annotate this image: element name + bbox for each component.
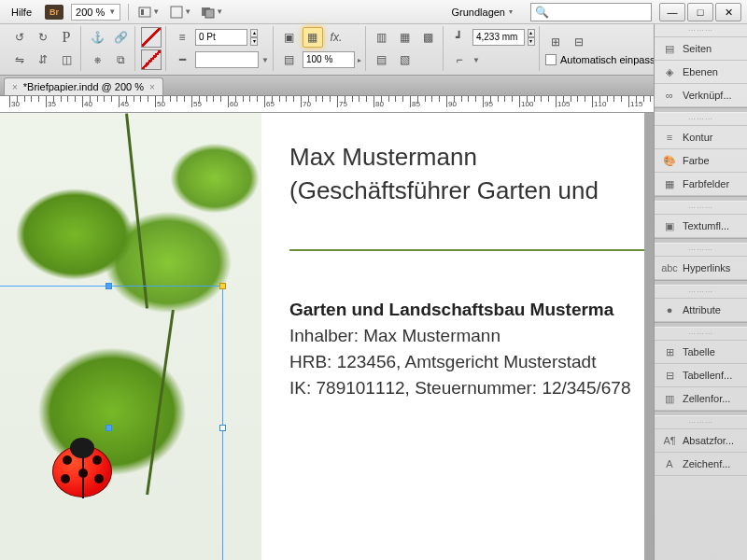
- rotate-handle[interactable]: [219, 283, 226, 289]
- link2-icon[interactable]: ⧉: [110, 49, 131, 70]
- panel-tablefmt[interactable]: ⊟Tabellenf...: [655, 364, 747, 387]
- drop-shadow-button[interactable]: ▦: [303, 27, 323, 48]
- control-toolbar: ↺ ↻ P ⇋ ⇵ ◫ ⚓🔗 ⎈⧉ ≡0 Pt▴▾ ━▼ ▣▦fx. ▤100 …: [0, 24, 747, 76]
- tab-close-icon[interactable]: ×: [149, 82, 155, 92]
- table-icon: ⊞: [662, 345, 677, 358]
- handle-center[interactable]: [106, 425, 112, 431]
- panel-links[interactable]: ∞Verknüpf...: [655, 84, 747, 107]
- opacity-field[interactable]: 100 %: [303, 51, 355, 68]
- panel-hyperlink[interactable]: abcHyperlinks: [655, 257, 747, 280]
- cellfmt-icon: ▥: [662, 392, 677, 405]
- textwrap-icon: ▣: [662, 219, 677, 232]
- maximize-button[interactable]: □: [687, 3, 713, 21]
- stroke-weight-field[interactable]: 0 Pt: [195, 29, 247, 46]
- panel-layers[interactable]: ◈Ebenen: [655, 61, 747, 84]
- tab-label: *Briefpapier.indd @ 200 %: [23, 81, 144, 92]
- divider-line: [289, 249, 644, 251]
- tab-close-icon[interactable]: ×: [12, 82, 18, 92]
- close-button[interactable]: ✕: [715, 3, 741, 21]
- handle-r[interactable]: [219, 425, 226, 431]
- panel-textwrap[interactable]: ▣Textumfl...: [655, 215, 747, 238]
- anchor-icon[interactable]: ⚓: [87, 27, 107, 48]
- text-hrb[interactable]: HRB: 123456, Amtsgericht Musterstadt: [289, 352, 596, 372]
- fx-icon[interactable]: fx.: [326, 27, 346, 48]
- select-container-icon[interactable]: ◫: [56, 49, 77, 70]
- fit-frame-icon[interactable]: ⊞: [545, 32, 566, 52]
- no-stroke-icon[interactable]: [141, 49, 162, 70]
- search-input[interactable]: 🔍: [530, 3, 652, 21]
- text-name[interactable]: Max Mustermann: [289, 143, 477, 172]
- handle-t[interactable]: [106, 283, 112, 289]
- search-icon: 🔍: [535, 6, 549, 19]
- stroke-weight-icon: ≡: [172, 27, 192, 48]
- text-owner[interactable]: Inhalber: Max Mustermann: [289, 326, 500, 346]
- fit-content-icon[interactable]: ⊟: [569, 32, 589, 52]
- panel-label: Farbe: [683, 155, 710, 166]
- rotate-right-icon[interactable]: ↻: [33, 27, 53, 48]
- help-menu[interactable]: Hilfe: [6, 5, 37, 20]
- panel-cellfmt[interactable]: ▥Zellenfor...: [655, 387, 747, 411]
- document-tab[interactable]: × *Briefpapier.indd @ 200 % ×: [4, 77, 163, 95]
- links-icon: ∞: [662, 89, 677, 102]
- autofit-checkbox[interactable]: Automatisch einpassen: [545, 54, 667, 65]
- workspace-combo[interactable]: Grundlagen▾: [445, 4, 520, 21]
- minimize-button[interactable]: —: [659, 3, 685, 21]
- chevron-down-icon: ▼: [108, 7, 116, 16]
- wrap-shape-icon[interactable]: ▩: [418, 27, 439, 48]
- panel-pages[interactable]: ▤Seiten: [655, 37, 747, 61]
- panel-label: Tabelle: [683, 346, 715, 357]
- bridge-icon[interactable]: Br: [45, 5, 63, 20]
- corner-field[interactable]: 4,233 mm: [472, 29, 525, 46]
- panel-label: Farbfelder: [683, 178, 729, 189]
- selection-frame[interactable]: [0, 286, 223, 560]
- document-viewport[interactable]: Max Mustermann (Geschäftsführer Garten u…: [0, 113, 654, 560]
- view-options-icon[interactable]: ▼: [136, 3, 161, 21]
- corner-icon[interactable]: ┛: [449, 27, 470, 48]
- wrap-jump-icon[interactable]: ▤: [372, 49, 392, 70]
- panel-table[interactable]: ⊞Tabelle: [655, 341, 747, 364]
- wrap-none-icon[interactable]: ▥: [372, 27, 392, 48]
- panel-attribute[interactable]: ●Attribute: [655, 299, 747, 322]
- type-icon[interactable]: P: [56, 27, 77, 48]
- flip-v-icon[interactable]: ⇵: [33, 49, 53, 70]
- tablefmt-icon: ⊟: [662, 369, 677, 382]
- hyperlink-icon: abc: [662, 261, 677, 274]
- panel-label: Attribute: [683, 304, 721, 315]
- text-ik[interactable]: IK: 789101112, Steuernummer: 12/345/678: [289, 378, 630, 399]
- panel-dock: ⋯⋯⋯▤Seiten◈Ebenen∞Verknüpf...⋯⋯⋯≡Kontur🎨…: [654, 24, 747, 560]
- corner-style-icon[interactable]: ⌐: [449, 49, 470, 70]
- no-effect-icon[interactable]: ▣: [279, 27, 300, 48]
- arrange-icon[interactable]: ▼: [200, 3, 224, 21]
- panel-charstyle[interactable]: AZeichenf...: [655, 453, 747, 476]
- anchor2-icon[interactable]: ⎈: [87, 49, 107, 70]
- panel-label: Textumfl...: [683, 220, 729, 231]
- document-tabbar: × *Briefpapier.indd @ 200 % ×: [0, 76, 747, 96]
- color-icon: 🎨: [662, 154, 677, 167]
- wrap-col-icon[interactable]: ▧: [395, 49, 416, 70]
- panel-stroke[interactable]: ≡Kontur: [655, 126, 747, 149]
- no-fill-icon[interactable]: [141, 27, 162, 48]
- link-icon[interactable]: 🔗: [110, 27, 131, 48]
- zoom-combo[interactable]: 200 %▼: [71, 4, 120, 21]
- text-company[interactable]: Garten und Landschaftsbau Musterma: [289, 300, 613, 320]
- layers-icon: ◈: [662, 65, 677, 78]
- panel-color[interactable]: 🎨Farbe: [655, 149, 747, 173]
- stroke-spinner[interactable]: ▴▾: [250, 29, 258, 46]
- horizontal-ruler[interactable]: 3035404550556065707580859095100105110115: [0, 96, 654, 113]
- panel-swatches[interactable]: ▦Farbfelder: [655, 173, 747, 196]
- panel-parastyle[interactable]: A¶Absatzfor...: [655, 429, 747, 453]
- flip-h-icon[interactable]: ⇋: [9, 49, 30, 70]
- parastyle-icon: A¶: [662, 434, 677, 447]
- panel-label: Kontur: [683, 132, 712, 143]
- charstyle-icon: A: [662, 457, 677, 470]
- panel-label: Seiten: [683, 43, 712, 54]
- wrap-bound-icon[interactable]: ▦: [395, 27, 416, 48]
- stroke-style-icon[interactable]: ━: [172, 49, 192, 70]
- panel-label: Zeichenf...: [683, 458, 730, 469]
- svg-rect-1: [141, 9, 144, 15]
- panel-label: Absatzfor...: [683, 435, 734, 446]
- rotate-left-icon[interactable]: ↺: [9, 27, 30, 48]
- page: Max Mustermann (Geschäftsführer Garten u…: [0, 113, 644, 560]
- text-role[interactable]: (Geschäftsführer Garten und: [289, 176, 599, 205]
- screen-mode-icon[interactable]: ▼: [168, 3, 192, 21]
